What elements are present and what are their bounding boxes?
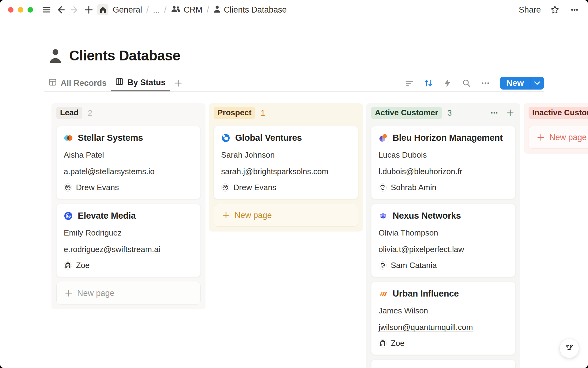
card-title-row: Urban Influence [379, 289, 508, 299]
close-window-button[interactable] [8, 7, 13, 13]
add-view-icon[interactable] [172, 79, 185, 87]
owner-name: Drew Evans [76, 183, 119, 192]
more-options-icon[interactable] [569, 4, 580, 15]
breadcrumb-item-clients-database[interactable]: Clients Database [213, 5, 287, 15]
tab-label: All Records [61, 79, 107, 88]
sidebar-menu-icon[interactable] [41, 4, 52, 15]
contact-email-link[interactable]: a.patel@stellarsystems.io [64, 167, 155, 176]
owner-name: Sohrab Amin [391, 183, 436, 192]
column-options-icon[interactable] [489, 108, 499, 118]
plus-icon [537, 133, 545, 141]
owner-row: Zoe [64, 261, 193, 270]
filter-icon[interactable] [404, 78, 415, 89]
column-header: Lead2 [56, 107, 201, 119]
venn-circles-logo [64, 133, 73, 143]
new-page-label: New page [235, 211, 272, 220]
column-header: Prospect1 [214, 107, 358, 119]
company-name: Bleu Horizon Management [393, 133, 503, 143]
new-button-chevron-down-icon[interactable] [530, 77, 544, 90]
ai-assistant-button[interactable] [560, 339, 579, 358]
breadcrumb-label: Clients Database [224, 5, 287, 15]
new-tab-icon[interactable] [83, 4, 94, 15]
contact-name: Sarah Johnson [221, 150, 351, 159]
client-card-stellar-systems[interactable]: Stellar SystemsAisha Patela.patel@stella… [56, 126, 201, 199]
window-controls [8, 7, 33, 13]
breadcrumb: General / ... / CRM / Clients Database [113, 5, 287, 15]
contact-email-link[interactable]: e.rodriguez@swiftstream.ai [64, 245, 160, 254]
view-tabs-row: All Records By Status [44, 75, 544, 92]
client-card-bleu-horizon-management[interactable]: Bleu Horizon ManagementLucas Duboisl.dub… [371, 126, 515, 199]
maximize-window-button[interactable] [28, 7, 33, 13]
share-button[interactable]: Share [519, 5, 541, 15]
column-controls [489, 108, 515, 118]
drew-evans-avatar [221, 183, 229, 192]
app-window: General / ... / CRM / Clients Database S… [0, 0, 588, 368]
tab-by-status[interactable]: By Status [111, 75, 170, 91]
partially-visible-card[interactable] [371, 360, 515, 368]
favorite-star-icon[interactable] [549, 4, 560, 15]
card-title-row: Stellar Systems [64, 133, 193, 143]
sort-icon[interactable] [423, 78, 434, 89]
zoe-avatar [379, 339, 387, 347]
person-icon [213, 5, 221, 15]
people-icon [171, 5, 181, 15]
contact-email-link[interactable]: jwilson@quantumquill.com [379, 323, 473, 332]
person-icon[interactable] [48, 48, 62, 63]
orange-stripes-logo [379, 289, 388, 298]
tab-label: By Status [127, 78, 166, 87]
client-card-elevate-media[interactable]: Elevate MediaEmily Rodrigueze.rodriguez@… [56, 204, 201, 277]
back-icon[interactable] [55, 4, 66, 15]
new-page-button[interactable]: New page [56, 282, 201, 305]
owner-name: Sam Catania [391, 261, 437, 270]
tab-all-records[interactable]: All Records [44, 75, 111, 91]
face-logo-icon [564, 342, 575, 355]
sam-catania-avatar [379, 261, 387, 270]
client-card-nexus-networks[interactable]: Nexus NetworksOlivia Thompsonolivia.t@pi… [371, 204, 515, 277]
breadcrumb-item-crm[interactable]: CRM [171, 5, 203, 15]
column-header: Inactive Customer [529, 107, 588, 119]
card-title-row: Global Ventures [221, 133, 351, 143]
plus-icon [222, 211, 230, 219]
board-icon [115, 77, 124, 88]
new-page-label: New page [549, 133, 587, 142]
new-page-button[interactable]: New page [529, 126, 588, 149]
breadcrumb-separator: / [206, 5, 210, 15]
owner-name: Zoe [391, 339, 405, 348]
contact-name: Aisha Patel [64, 150, 193, 159]
company-name: Elevate Media [78, 211, 136, 221]
contact-email-link[interactable]: l.dubois@bleuhorizon.fr [379, 167, 462, 176]
column-status-badge[interactable]: Inactive Customer [529, 107, 588, 119]
table-icon [48, 78, 57, 89]
new-page-button[interactable]: New page [214, 204, 358, 227]
new-record-button[interactable]: New [500, 77, 530, 90]
minimize-window-button[interactable] [18, 7, 23, 13]
new-page-label: New page [77, 289, 115, 298]
column-status-badge[interactable]: Prospect [214, 107, 255, 119]
home-icon[interactable] [97, 4, 108, 15]
breadcrumb-item-collapsed[interactable]: ... [153, 5, 160, 15]
page-title: Clients Database [69, 47, 180, 64]
column-inactive-customer: Inactive CustomerNew page [524, 103, 588, 154]
column-count: 3 [447, 108, 452, 118]
forward-icon[interactable] [69, 4, 80, 15]
column-status-badge[interactable]: Active Customer [371, 107, 442, 119]
breadcrumb-label: General [113, 5, 142, 15]
automations-lightning-icon[interactable] [442, 78, 453, 89]
drew-evans-avatar [64, 183, 72, 192]
column-add-card-icon[interactable] [505, 108, 515, 118]
view-options-icon[interactable] [480, 78, 491, 89]
column-count: 2 [88, 108, 92, 118]
owner-row: Drew Evans [221, 183, 351, 192]
contact-email-link[interactable]: olivia.t@pixelperfect.law [379, 245, 464, 254]
column-count: 1 [261, 108, 265, 118]
blue-spiral-logo [64, 211, 73, 220]
column-status-badge[interactable]: Lead [56, 107, 82, 119]
breadcrumb-item-general[interactable]: General [113, 5, 142, 15]
breadcrumb-separator: / [146, 5, 149, 15]
client-card-global-ventures[interactable]: Global VenturesSarah Johnsonsarah.j@brig… [214, 126, 358, 199]
contact-email-link[interactable]: sarah.j@brightsparksolns.com [221, 167, 328, 176]
contact-name: Olivia Thompson [379, 228, 508, 237]
client-card-urban-influence[interactable]: Urban InfluenceJames Wilsonjwilson@quant… [371, 282, 515, 355]
company-name: Nexus Networks [393, 211, 461, 221]
search-icon[interactable] [461, 78, 472, 89]
